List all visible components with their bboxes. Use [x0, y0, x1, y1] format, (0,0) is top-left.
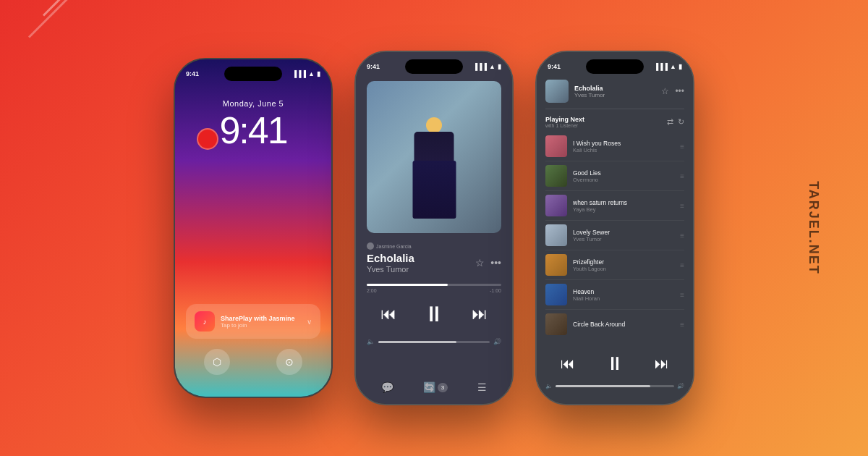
- q-info-4: Lovely Sewer Yves Tumor: [573, 229, 674, 242]
- battery-icon-2: ▮: [498, 63, 501, 70]
- q-drag-3: ≡: [680, 202, 684, 210]
- status-right-3: ▐▐▐ ▲ ▮: [654, 63, 682, 70]
- playing-next-icons: ⇄ ↻: [667, 117, 684, 127]
- queue-item-3[interactable]: when saturn returns Yaya Bey ≡: [545, 191, 684, 221]
- phones-container: 9:41 ▐▐▐ ▲ ▮ Monday, June 5 9:41 ♪ Share…: [174, 51, 694, 405]
- shareplay-icon: ♪: [195, 311, 215, 332]
- rewind-button[interactable]: ⏮: [380, 305, 396, 324]
- np-info: Echolalia Yves Tumor: [574, 85, 655, 98]
- q-thumb-1: [545, 135, 567, 157]
- q-thumb-7: [545, 313, 567, 335]
- repeat-icon[interactable]: ↻: [678, 117, 684, 127]
- song-title-row: Echolalia Yves Tumor ☆ •••: [367, 252, 501, 274]
- song-title: Echolalia: [367, 252, 414, 264]
- fast-forward-button[interactable]: ⏭: [472, 305, 488, 324]
- volume-min-icon: 🔈: [367, 338, 375, 345]
- q-drag-2: ≡: [680, 172, 684, 180]
- q-title-6: Heaven: [573, 288, 674, 295]
- battery-icon-3: ▮: [678, 63, 682, 70]
- lock-bottom-icons: ⬡ ⊙: [175, 349, 331, 375]
- q-thumb-5: [545, 254, 567, 276]
- q-drag-5: ≡: [680, 261, 684, 269]
- queue-item-5[interactable]: Prizefighter Youth Lagoon ≡: [545, 250, 684, 280]
- np-favorite-icon[interactable]: ☆: [661, 86, 669, 96]
- shareplay-subtitle: Tap to join: [221, 322, 301, 329]
- queue-button[interactable]: ☰: [477, 381, 487, 393]
- status-right-2: ▐▐▐ ▲ ▮: [473, 63, 501, 70]
- credit-avatar: [367, 242, 374, 250]
- q-vol-fill: [556, 385, 650, 387]
- figure-silhouette: [409, 117, 459, 233]
- q-thumb-2: [545, 165, 567, 187]
- iphone-music-player: 9:41 ▐▐▐ ▲ ▮ Jasmine Garcia: [354, 51, 514, 405]
- signal-icon-2: ▐▐▐: [473, 63, 487, 70]
- np-actions: ☆ •••: [661, 86, 684, 96]
- queue-item-7[interactable]: Circle Back Around ≡: [545, 310, 684, 339]
- album-art: [367, 81, 501, 233]
- q-vol-max-icon: 🔊: [677, 383, 684, 389]
- figure-body: [414, 132, 454, 219]
- progress-track: [367, 284, 501, 286]
- playing-next-label: Playing Next: [545, 116, 584, 123]
- flashlight-icon: ⬡: [213, 356, 221, 368]
- q-title-4: Lovely Sewer: [573, 229, 674, 236]
- q-drag-1: ≡: [680, 143, 684, 151]
- q-info-2: Good Lies Overmono: [573, 169, 674, 183]
- dynamic-island-2: [405, 59, 463, 74]
- queue-item-4[interactable]: Lovely Sewer Yves Tumor ≡: [545, 221, 684, 250]
- q-info-1: I Wish you Roses Kali Uchis: [573, 140, 674, 153]
- battery-icon: ▮: [317, 70, 320, 77]
- queue-item-6[interactable]: Heaven Niall Horan ≡: [545, 280, 684, 310]
- more-icon[interactable]: •••: [490, 257, 501, 269]
- np-more-icon[interactable]: •••: [675, 86, 684, 96]
- watermark: TARJEL.NET: [807, 181, 822, 275]
- camera-button[interactable]: ⊙: [276, 349, 302, 375]
- now-playing-header: Echolalia Yves Tumor ☆ •••: [545, 80, 684, 109]
- listeners-badge: 3: [438, 383, 448, 392]
- status-time-3: 9:41: [548, 63, 561, 70]
- camera-icon: ⊙: [285, 356, 294, 368]
- volume-bar[interactable]: 🔈 🔊: [367, 338, 501, 345]
- q-artist-1: Kali Uchis: [573, 147, 674, 153]
- q-title-5: Prizefighter: [573, 258, 674, 266]
- decorative-lines: [0, 0, 145, 145]
- status-time-2: 9:41: [367, 63, 380, 70]
- q-pause-button[interactable]: ⏸: [605, 352, 624, 375]
- bottom-controls: 💬 🔄 3 ☰: [367, 381, 501, 393]
- queue-item-1[interactable]: I Wish you Roses Kali Uchis ≡: [545, 132, 684, 161]
- live-activity-dot: [197, 128, 218, 150]
- status-time-1: 9:41: [186, 70, 199, 77]
- album-art-figure: [367, 81, 501, 233]
- q-title-7: Circle Back Around: [573, 321, 674, 328]
- shareplay-button[interactable]: 🔄 3: [423, 381, 448, 393]
- q-artist-3: Yaya Bey: [573, 206, 674, 213]
- shareplay-btn-icon: 🔄: [423, 381, 435, 393]
- pause-button[interactable]: ⏸: [423, 302, 445, 326]
- wifi-icon: ▲: [308, 70, 315, 77]
- q-rewind-button[interactable]: ⏮: [561, 355, 575, 372]
- lock-date: Monday, June 5: [175, 99, 331, 108]
- np-artist: Yves Tumor: [574, 92, 655, 98]
- song-info: Jasmine Garcia Echolalia Yves Tumor ☆ ••…: [367, 242, 501, 274]
- wifi-icon-3: ▲: [670, 63, 676, 70]
- flashlight-button[interactable]: ⬡: [204, 349, 230, 375]
- figure-head: [426, 117, 442, 133]
- progress-bar[interactable]: 2:00 -1:00: [367, 284, 501, 293]
- q-title-2: Good Lies: [573, 169, 674, 177]
- q-forward-button[interactable]: ⏭: [655, 355, 669, 372]
- queue-item-2[interactable]: Good Lies Overmono ≡: [545, 161, 684, 191]
- queue-volume-bar[interactable]: 🔈 🔊: [545, 383, 684, 389]
- playback-controls: ⏮ ⏸ ⏭: [367, 302, 501, 326]
- volume-max-icon: 🔊: [493, 338, 501, 345]
- shuffle-icon[interactable]: ⇄: [667, 117, 673, 127]
- lyrics-button[interactable]: 💬: [381, 381, 393, 393]
- lyrics-icon: 💬: [381, 381, 393, 393]
- q-artist-2: Overmono: [573, 177, 674, 183]
- favorite-icon[interactable]: ☆: [475, 257, 485, 269]
- song-title-block: Echolalia Yves Tumor: [367, 252, 414, 274]
- iphone-lockscreen: 9:41 ▐▐▐ ▲ ▮ Monday, June 5 9:41 ♪ Share…: [174, 58, 333, 398]
- shareplay-notification[interactable]: ♪ SharePlay with Jasmine Tap to join ∨: [186, 304, 320, 339]
- q-info-3: when saturn returns Yaya Bey: [573, 199, 674, 213]
- shareplay-text: SharePlay with Jasmine Tap to join: [221, 315, 301, 329]
- q-drag-4: ≡: [680, 232, 684, 240]
